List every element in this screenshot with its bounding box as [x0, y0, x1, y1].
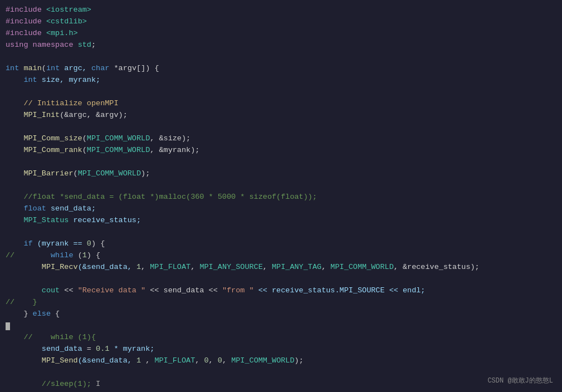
- token: MPI_COMM_WORLD: [87, 145, 150, 156]
- token: //sleep(1);: [42, 379, 91, 390]
- token: MPI_Comm_size: [23, 133, 82, 145]
- token: MPI_FLOAT: [154, 355, 195, 367]
- token: [6, 192, 23, 203]
- token: using: [6, 40, 28, 51]
- code-line: #include <iostream>: [6, 4, 562, 16]
- token: (: [74, 168, 78, 180]
- token: {: [51, 308, 60, 320]
- token: [6, 344, 42, 355]
- token: #include: [6, 4, 42, 16]
- code-line: // while (1) {: [6, 250, 562, 262]
- token: 1: [82, 250, 87, 262]
- token: int: [6, 63, 19, 75]
- token: MPI_COMM_WORLD: [231, 355, 294, 367]
- token: ;: [91, 40, 96, 51]
- token: MPI_Send: [42, 355, 78, 367]
- token: <<: [60, 285, 77, 297]
- code-line: [6, 367, 562, 379]
- code-line: MPI_Init(&argc, &argv);: [6, 110, 562, 121]
- code-line: // while (1){: [6, 332, 562, 344]
- token: char: [91, 63, 109, 75]
- token: MPI_COMM_WORLD: [78, 168, 141, 180]
- code-content: #include <iostream>#include <cstdlib>#in…: [6, 4, 562, 392]
- token: (: [42, 63, 46, 75]
- token: <iostream>: [46, 4, 91, 16]
- code-line: [6, 51, 562, 63]
- code-line: MPI_Status receive_status;: [6, 215, 562, 227]
- watermark: CSDN @敢敢J的憨憨L: [487, 376, 553, 386]
- token: #include: [6, 28, 42, 40]
- token: (&send_data,: [78, 355, 136, 367]
- token: (: [74, 250, 82, 262]
- token: #include: [6, 16, 42, 28]
- token: [6, 110, 23, 121]
- code-line: MPI_Comm_rank(MPI_COMM_WORLD, &myrank);: [6, 145, 562, 156]
- token: [6, 355, 42, 367]
- token: 0: [87, 238, 91, 250]
- code-line: [6, 86, 562, 98]
- token: * myrank;: [109, 344, 154, 355]
- token: MPI_COMM_WORLD: [330, 262, 393, 273]
- token: MPI_Comm_rank: [23, 145, 82, 156]
- token: [6, 285, 42, 297]
- token: , &myrank);: [150, 145, 199, 156]
- token: "from ": [222, 285, 254, 297]
- token: else: [33, 308, 51, 320]
- code-line: [6, 156, 562, 168]
- code-line: [6, 320, 562, 332]
- token: ,: [141, 262, 150, 273]
- token: << send_data <<: [145, 285, 222, 297]
- token: MPI_Recv: [42, 262, 78, 273]
- token: [6, 379, 42, 390]
- code-line: // }: [6, 297, 562, 308]
- token: if: [23, 238, 32, 250]
- code-line: send_data = 0.1 * myrank;: [6, 344, 562, 355]
- code-line: cout << "Receive data " << send_data << …: [6, 285, 562, 297]
- token: ) {: [87, 250, 100, 262]
- token: , &size);: [150, 133, 190, 145]
- token: receive_status;: [69, 215, 141, 227]
- token: );: [141, 168, 150, 180]
- token: [6, 133, 23, 145]
- code-line: [6, 227, 562, 238]
- token: [42, 28, 46, 40]
- token: float: [23, 203, 46, 215]
- token: , &receive_status);: [394, 262, 480, 273]
- token: //: [6, 250, 51, 262]
- token: [42, 16, 46, 28]
- token: send_data;: [46, 203, 96, 215]
- token: MPI_FLOAT: [150, 262, 190, 273]
- code-line: MPI_Barrier(MPI_COMM_WORLD);: [6, 168, 562, 180]
- token: cout: [42, 285, 60, 297]
- token: int: [46, 63, 60, 75]
- token: // while (1){: [23, 332, 96, 344]
- token: (&send_data,: [78, 262, 136, 273]
- code-line: //float *send_data = (float *)malloc(360…: [6, 192, 562, 203]
- token: main: [23, 63, 41, 75]
- token: [6, 332, 23, 344]
- token: namespace: [28, 40, 78, 51]
- code-line: [6, 273, 562, 285]
- token: //float *send_data = (float *)malloc(360…: [23, 192, 317, 203]
- token: ,: [209, 355, 218, 367]
- code-line: int main(int argc, char *argv[]) {: [6, 63, 562, 75]
- token: ,: [190, 262, 199, 273]
- code-line: [6, 180, 562, 192]
- token: 1: [136, 355, 141, 367]
- code-line: using namespace std;: [6, 40, 562, 51]
- token: MPI_COMM_WORLD: [87, 133, 150, 145]
- token: MPI_ANY_SOURCE: [199, 262, 262, 273]
- token: // }: [6, 297, 37, 308]
- token: <mpi.h>: [46, 28, 78, 40]
- token: );: [295, 355, 304, 367]
- token: 0: [204, 355, 209, 367]
- code-line: // Initialize openMPI: [6, 98, 562, 110]
- code-line: //sleep(1); I: [6, 379, 562, 390]
- token: send_data: [42, 344, 82, 355]
- token: argc,: [60, 63, 91, 75]
- token: =: [82, 344, 96, 355]
- token: *argv[]) {: [109, 63, 159, 75]
- code-line: [6, 121, 562, 133]
- token: (: [82, 145, 87, 156]
- token: MPI_ANY_TAG: [272, 262, 321, 273]
